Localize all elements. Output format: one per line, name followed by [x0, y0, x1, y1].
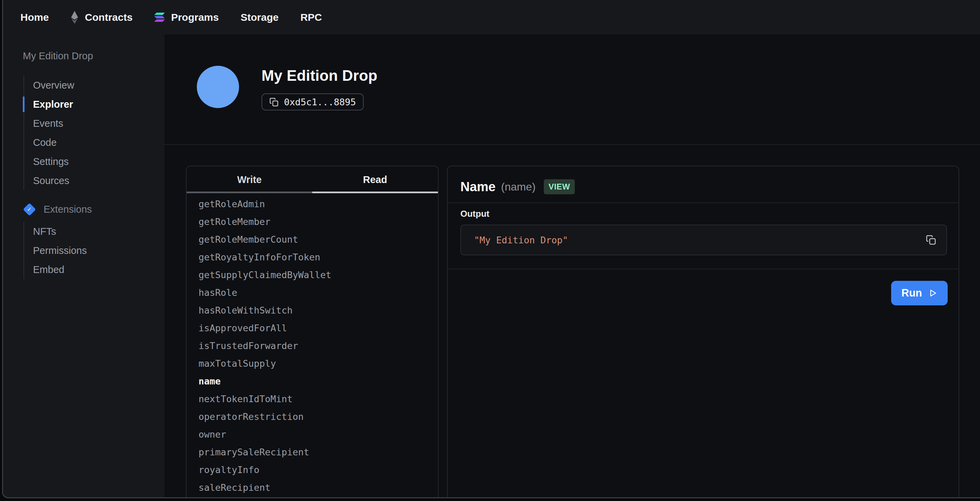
function-signature: (name) — [501, 180, 536, 193]
function-list-item[interactable]: getRoyaltyInfoForToken — [186, 248, 438, 266]
sidebar-item-label: Settings — [33, 156, 69, 168]
sidebar-item[interactable]: Embed — [24, 260, 87, 279]
output-box: "My Edition Drop" — [460, 225, 947, 255]
sidebar-item-label: Explorer — [33, 99, 73, 110]
page-title: My Edition Drop — [261, 67, 377, 84]
tab-write-label: Write — [237, 174, 262, 185]
function-list-item[interactable]: nextTokenIdToMint — [186, 390, 438, 408]
function-list-item[interactable]: name — [186, 372, 438, 390]
function-list-item[interactable]: getRoleMember — [186, 213, 438, 230]
nav-rpc-label: RPC — [300, 11, 322, 23]
main-content: My Edition Drop 0xd5c1...8895 Write Read — [164, 34, 980, 497]
function-name: getRoleMember — [199, 216, 270, 227]
tab-read[interactable]: Read — [312, 166, 438, 193]
function-name: royaltyInfo — [199, 464, 259, 475]
function-name: maxTotalSupply — [199, 358, 276, 369]
nav-storage-label: Storage — [240, 11, 278, 23]
sidebar-item-label: Permissions — [33, 245, 87, 256]
nav-programs[interactable]: Programs — [154, 11, 219, 23]
function-list-item[interactable]: operatorRestriction — [186, 408, 438, 425]
function-name: getSupplyClaimedByWallet — [199, 270, 331, 280]
function-list-item[interactable]: hasRole — [186, 284, 438, 301]
function-list-item[interactable]: primarySaleRecipient — [186, 443, 438, 461]
function-list-item[interactable]: maxTotalSupply — [186, 354, 438, 372]
detail-divider-top — [448, 203, 959, 203]
sidebar-item-label: Sources — [33, 175, 69, 187]
sidebar-item-label: Embed — [33, 264, 64, 275]
contract-section-nav: Overview Explorer Events Code Settings — [24, 76, 74, 190]
tab-write[interactable]: Write — [186, 166, 312, 193]
copy-output-button[interactable] — [926, 235, 936, 245]
nav-home[interactable]: Home — [21, 11, 49, 23]
function-list-item[interactable]: hasRoleWithSwitch — [186, 301, 438, 319]
nav-contracts[interactable]: Contracts — [70, 11, 132, 24]
top-nav: Home Contracts — [3, 0, 980, 34]
extensions-header[interactable]: ✓ Extensions — [23, 200, 92, 218]
function-name: saleRecipient — [199, 482, 270, 493]
function-name: getRoleMemberCount — [199, 234, 298, 245]
function-name: primarySaleRecipient — [199, 447, 309, 457]
play-icon — [928, 288, 937, 298]
function-name: name — [199, 376, 221, 386]
nav-rpc[interactable]: RPC — [300, 11, 322, 23]
function-list-item[interactable]: isTrustedForwarder — [186, 337, 438, 354]
nav-home-label: Home — [21, 11, 49, 23]
sidebar-item[interactable]: Explorer — [24, 95, 74, 114]
function-list-item[interactable]: getSupplyClaimedByWallet — [186, 266, 438, 284]
sidebar-item-label: Events — [33, 118, 63, 129]
nav-contracts-label: Contracts — [85, 11, 132, 23]
mutability-badge: VIEW — [544, 179, 575, 194]
tab-read-label: Read — [363, 174, 387, 185]
sidebar-item[interactable]: Overview — [24, 76, 74, 95]
function-explorer-panel: Write Read getRoleAdmin getRoleMemb — [186, 166, 439, 498]
solana-icon — [154, 13, 165, 22]
nav-programs-label: Programs — [171, 11, 219, 23]
function-list-item[interactable]: saleRecipient — [186, 479, 438, 496]
extensions-label: Extensions — [44, 204, 92, 215]
nav-storage[interactable]: Storage — [240, 11, 278, 23]
sidebar-item[interactable]: Events — [24, 114, 74, 133]
function-name: getRoleAdmin — [199, 199, 265, 209]
function-list-item[interactable]: owner — [186, 425, 438, 443]
header-divider — [164, 144, 980, 145]
sidebar-item[interactable]: NFTs — [24, 222, 87, 241]
detail-divider-bottom — [448, 268, 959, 269]
contract-name-heading: My Edition Drop — [23, 50, 93, 62]
sidebar-item[interactable]: Permissions — [24, 241, 87, 260]
copy-icon — [926, 235, 936, 245]
function-list-item[interactable]: supportsInterface — [186, 496, 438, 498]
run-button[interactable]: Run — [891, 281, 948, 305]
sidebar-item[interactable]: Code — [24, 133, 74, 152]
function-title: Name — [460, 180, 496, 194]
function-list-item[interactable]: getRoleMemberCount — [186, 230, 438, 248]
function-name: isTrustedForwarder — [199, 340, 298, 351]
function-name: operatorRestriction — [199, 412, 304, 422]
sidebar-item[interactable]: Sources — [24, 171, 74, 190]
function-list-item[interactable]: getRoleAdmin — [186, 195, 438, 213]
sidebar: My Edition Drop Overview Explorer Events… — [3, 34, 164, 497]
output-label: Output — [460, 209, 489, 219]
sidebar-item-label: Code — [33, 137, 57, 148]
contract-address: 0xd5c1...8895 — [284, 97, 356, 107]
function-name: nextTokenIdToMint — [199, 394, 293, 404]
contract-avatar — [197, 66, 239, 108]
app-window: Home Contracts — [2, 0, 980, 498]
function-detail-panel: Name (name) VIEW Output "My Edition Drop… — [447, 166, 959, 498]
function-name: hasRoleWithSwitch — [199, 305, 293, 316]
function-detail-header: Name (name) VIEW — [460, 179, 575, 194]
output-value: "My Edition Drop" — [474, 235, 926, 246]
sidebar-item-label: NFTs — [33, 226, 56, 237]
function-list-item[interactable]: royaltyInfo — [186, 461, 438, 479]
contract-address-badge[interactable]: 0xd5c1...8895 — [261, 93, 364, 110]
run-label: Run — [901, 287, 922, 299]
explorer-tabs: Write Read — [186, 166, 438, 193]
function-name: hasRole — [199, 287, 237, 298]
extensions-diamond-icon: ✓ — [23, 203, 36, 216]
sidebar-item[interactable]: Settings — [24, 152, 74, 171]
function-name: isApprovedForAll — [199, 323, 287, 333]
function-list-item[interactable]: isApprovedForAll — [186, 319, 438, 337]
function-name: getRoyaltyInfoForToken — [199, 252, 320, 262]
extensions-nav: NFTs Permissions Embed — [24, 222, 87, 279]
sidebar-item-label: Overview — [33, 80, 74, 91]
copy-icon — [269, 97, 278, 107]
